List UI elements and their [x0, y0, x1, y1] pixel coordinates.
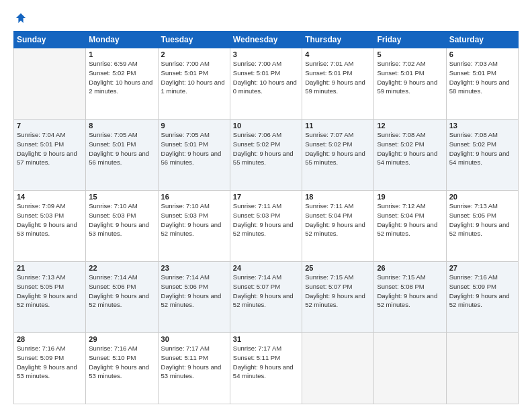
day-number: 28 — [17, 335, 83, 343]
calendar-day-cell: 14Sunrise: 7:09 AMSunset: 5:03 PMDayligh… — [14, 191, 86, 262]
calendar-day-cell: 13Sunrise: 7:08 AMSunset: 5:02 PMDayligh… — [446, 120, 518, 191]
day-number: 7 — [17, 122, 83, 130]
day-number: 24 — [233, 264, 299, 272]
calendar-day-cell: 7Sunrise: 7:04 AMSunset: 5:01 PMDaylight… — [14, 120, 86, 191]
day-number: 13 — [449, 122, 515, 130]
day-info: Sunrise: 7:08 AMSunset: 5:02 PMDaylight:… — [377, 130, 443, 167]
day-number: 15 — [89, 193, 154, 201]
calendar-day-cell: 24Sunrise: 7:14 AMSunset: 5:07 PMDayligh… — [230, 262, 302, 333]
day-number: 9 — [161, 122, 227, 130]
calendar-day-header: Saturday — [446, 32, 518, 48]
calendar-day-cell: 23Sunrise: 7:14 AMSunset: 5:06 PMDayligh… — [158, 262, 230, 333]
logo — [13, 12, 27, 24]
svg-marker-0 — [16, 13, 26, 23]
day-number: 1 — [89, 50, 154, 58]
day-info: Sunrise: 7:05 AMSunset: 5:01 PMDaylight:… — [89, 130, 154, 167]
day-info: Sunrise: 7:10 AMSunset: 5:03 PMDaylight:… — [89, 201, 154, 238]
day-info: Sunrise: 7:16 AMSunset: 5:09 PMDaylight:… — [449, 273, 515, 310]
day-number: 18 — [305, 193, 371, 201]
day-number: 31 — [233, 335, 299, 343]
day-number: 8 — [89, 122, 154, 130]
day-info: Sunrise: 7:14 AMSunset: 5:06 PMDaylight:… — [161, 273, 227, 310]
calendar-day-cell: 25Sunrise: 7:15 AMSunset: 5:07 PMDayligh… — [302, 262, 374, 333]
calendar-day-cell: 4Sunrise: 7:01 AMSunset: 5:01 PMDaylight… — [302, 48, 374, 120]
day-info: Sunrise: 7:05 AMSunset: 5:01 PMDaylight:… — [161, 130, 227, 167]
calendar-week-row: 14Sunrise: 7:09 AMSunset: 5:03 PMDayligh… — [14, 191, 519, 262]
logo-icon — [15, 12, 27, 24]
calendar-week-row: 1Sunrise: 6:59 AMSunset: 5:02 PMDaylight… — [14, 48, 519, 120]
day-number: 19 — [377, 193, 443, 201]
day-info: Sunrise: 7:17 AMSunset: 5:11 PMDaylight:… — [161, 344, 227, 381]
day-info: Sunrise: 7:10 AMSunset: 5:03 PMDaylight:… — [161, 201, 227, 238]
day-info: Sunrise: 7:13 AMSunset: 5:05 PMDaylight:… — [17, 273, 83, 310]
calendar-day-cell — [302, 333, 374, 404]
day-number: 26 — [377, 264, 443, 272]
calendar-day-header: Monday — [86, 32, 158, 48]
calendar-day-cell: 27Sunrise: 7:16 AMSunset: 5:09 PMDayligh… — [446, 262, 518, 333]
day-number: 17 — [233, 193, 299, 201]
calendar-day-header: Wednesday — [230, 32, 302, 48]
day-info: Sunrise: 7:08 AMSunset: 5:02 PMDaylight:… — [449, 130, 515, 167]
calendar-day-header: Tuesday — [158, 32, 230, 48]
calendar-day-cell: 11Sunrise: 7:07 AMSunset: 5:02 PMDayligh… — [302, 120, 374, 191]
day-number: 23 — [161, 264, 227, 272]
day-number: 16 — [161, 193, 227, 201]
day-info: Sunrise: 7:16 AMSunset: 5:10 PMDaylight:… — [89, 344, 154, 381]
day-number: 20 — [449, 193, 515, 201]
day-number: 4 — [305, 50, 371, 58]
day-number: 25 — [305, 264, 371, 272]
calendar-day-cell: 15Sunrise: 7:10 AMSunset: 5:03 PMDayligh… — [86, 191, 158, 262]
calendar-day-cell: 30Sunrise: 7:17 AMSunset: 5:11 PMDayligh… — [158, 333, 230, 404]
day-number: 14 — [17, 193, 83, 201]
calendar-week-row: 7Sunrise: 7:04 AMSunset: 5:01 PMDaylight… — [14, 120, 519, 191]
calendar-day-cell: 6Sunrise: 7:03 AMSunset: 5:01 PMDaylight… — [446, 48, 518, 120]
calendar-day-cell: 1Sunrise: 6:59 AMSunset: 5:02 PMDaylight… — [86, 48, 158, 120]
day-info: Sunrise: 7:14 AMSunset: 5:06 PMDaylight:… — [89, 273, 154, 310]
day-number: 21 — [17, 264, 83, 272]
calendar-day-cell: 18Sunrise: 7:11 AMSunset: 5:04 PMDayligh… — [302, 191, 374, 262]
calendar-day-cell: 16Sunrise: 7:10 AMSunset: 5:03 PMDayligh… — [158, 191, 230, 262]
calendar-day-cell: 29Sunrise: 7:16 AMSunset: 5:10 PMDayligh… — [86, 333, 158, 404]
day-number: 3 — [233, 50, 299, 58]
calendar-day-cell — [446, 333, 518, 404]
day-number: 6 — [449, 50, 515, 58]
header — [13, 12, 519, 24]
day-info: Sunrise: 7:13 AMSunset: 5:05 PMDaylight:… — [449, 201, 515, 238]
calendar-table: SundayMondayTuesdayWednesdayThursdayFrid… — [13, 31, 519, 404]
calendar-day-cell — [374, 333, 446, 404]
day-info: Sunrise: 7:17 AMSunset: 5:11 PMDaylight:… — [233, 344, 299, 381]
day-info: Sunrise: 7:15 AMSunset: 5:07 PMDaylight:… — [305, 273, 371, 310]
day-number: 5 — [377, 50, 443, 58]
calendar-day-header: Sunday — [14, 32, 86, 48]
day-info: Sunrise: 7:01 AMSunset: 5:01 PMDaylight:… — [305, 59, 371, 96]
day-info: Sunrise: 7:06 AMSunset: 5:02 PMDaylight:… — [233, 130, 299, 167]
calendar-day-cell: 12Sunrise: 7:08 AMSunset: 5:02 PMDayligh… — [374, 120, 446, 191]
calendar-day-cell: 10Sunrise: 7:06 AMSunset: 5:02 PMDayligh… — [230, 120, 302, 191]
page: SundayMondayTuesdayWednesdayThursdayFrid… — [0, 0, 532, 411]
day-info: Sunrise: 7:14 AMSunset: 5:07 PMDaylight:… — [233, 273, 299, 310]
day-info: Sunrise: 7:11 AMSunset: 5:04 PMDaylight:… — [305, 201, 371, 238]
calendar-day-cell: 17Sunrise: 7:11 AMSunset: 5:03 PMDayligh… — [230, 191, 302, 262]
calendar-day-cell — [14, 48, 86, 120]
calendar-day-cell: 28Sunrise: 7:16 AMSunset: 5:09 PMDayligh… — [14, 333, 86, 404]
day-number: 30 — [161, 335, 227, 343]
calendar-day-cell: 3Sunrise: 7:00 AMSunset: 5:01 PMDaylight… — [230, 48, 302, 120]
day-info: Sunrise: 7:00 AMSunset: 5:01 PMDaylight:… — [233, 59, 299, 96]
calendar-day-cell: 26Sunrise: 7:15 AMSunset: 5:08 PMDayligh… — [374, 262, 446, 333]
day-number: 11 — [305, 122, 371, 130]
day-info: Sunrise: 7:03 AMSunset: 5:01 PMDaylight:… — [449, 59, 515, 96]
day-info: Sunrise: 7:15 AMSunset: 5:08 PMDaylight:… — [377, 273, 443, 310]
day-info: Sunrise: 7:16 AMSunset: 5:09 PMDaylight:… — [17, 344, 83, 381]
calendar-day-cell: 8Sunrise: 7:05 AMSunset: 5:01 PMDaylight… — [86, 120, 158, 191]
calendar-week-row: 21Sunrise: 7:13 AMSunset: 5:05 PMDayligh… — [14, 262, 519, 333]
calendar-day-cell: 9Sunrise: 7:05 AMSunset: 5:01 PMDaylight… — [158, 120, 230, 191]
day-number: 10 — [233, 122, 299, 130]
calendar-day-cell: 19Sunrise: 7:12 AMSunset: 5:04 PMDayligh… — [374, 191, 446, 262]
calendar-header-row: SundayMondayTuesdayWednesdayThursdayFrid… — [14, 32, 519, 48]
calendar-day-cell: 31Sunrise: 7:17 AMSunset: 5:11 PMDayligh… — [230, 333, 302, 404]
day-number: 27 — [449, 264, 515, 272]
day-info: Sunrise: 7:04 AMSunset: 5:01 PMDaylight:… — [17, 130, 83, 167]
day-info: Sunrise: 7:12 AMSunset: 5:04 PMDaylight:… — [377, 201, 443, 238]
day-number: 12 — [377, 122, 443, 130]
day-number: 22 — [89, 264, 154, 272]
